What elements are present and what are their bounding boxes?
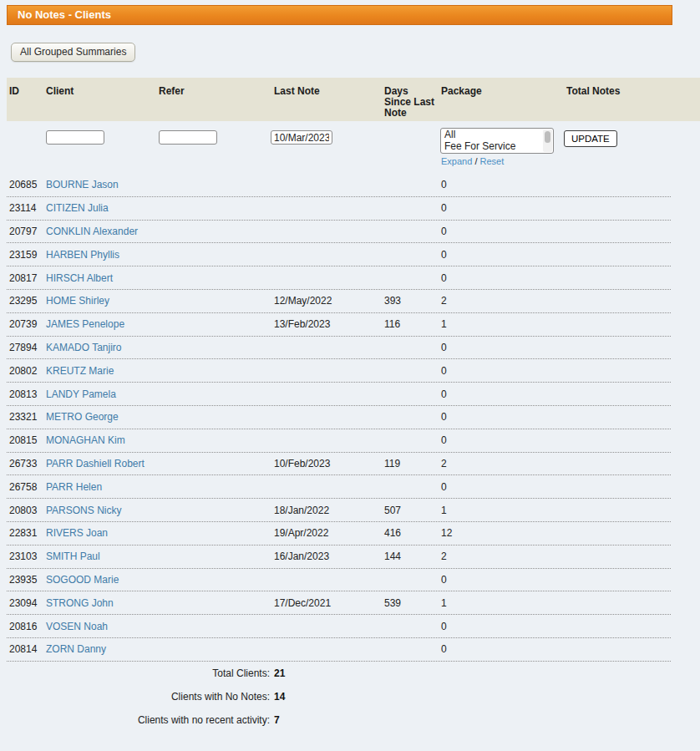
total-notes-cell: 0 [441,365,566,377]
client-id-cell: 23103 [9,551,46,562]
client-id-cell: 20814 [9,643,46,655]
days-since-cell: 144 [384,551,441,562]
update-button[interactable]: UPDATE [564,130,617,147]
client-link[interactable]: SOGOOD Marie [46,574,159,586]
client-link[interactable]: STRONG John [46,597,159,609]
package-filter-listbox[interactable]: All Fee For Service [440,128,554,154]
client-id-cell: 20803 [9,505,46,516]
client-link[interactable]: BOURNE Jason [46,179,159,190]
column-header-client: Client [46,86,159,121]
client-id-cell: 20802 [9,365,46,377]
last-note-cell: 17/Dec/2021 [274,597,384,609]
summary-value: 7 [274,714,384,726]
client-link[interactable]: HARBEN Phyllis [46,249,159,261]
client-link[interactable]: LANDY Pamela [46,388,159,400]
days-since-cell: 116 [384,318,441,330]
table-row: 20685BOURNE Jason0 [7,174,671,197]
client-id-cell: 20739 [9,318,46,330]
client-link[interactable]: HOME Shirley [46,295,159,307]
client-id-cell: 20815 [9,434,46,446]
client-link[interactable]: PARR Dashiell Robert [46,458,159,469]
filter-row: All Fee For Service Expand / Reset UPDAT… [7,121,700,173]
summary-value: 21 [274,667,384,679]
table-row: 23935SOGOOD Marie0 [7,569,671,592]
reset-link[interactable]: Reset [480,156,505,166]
expand-link[interactable]: Expand [441,156,472,166]
table-header-row: ID Client Refer Last Note Days Since Las… [7,78,700,121]
client-link[interactable]: SMITH Paul [46,551,159,562]
client-id-cell: 23114 [9,202,46,214]
all-grouped-summaries-button[interactable]: All Grouped Summaries [11,43,135,62]
client-id-cell: 26758 [9,481,46,493]
refer-filter-input[interactable] [159,130,217,145]
client-link[interactable]: ZORN Danny [46,643,159,655]
column-header-total-notes: Total Notes [566,86,700,121]
column-header-last-note: Last Note [274,86,384,121]
table-row: 20802KREUTZ Marie0 [7,359,671,383]
client-id-cell: 23295 [9,295,46,307]
table-row: 23159HARBEN Phyllis0 [7,243,671,266]
column-header-days-since: Days Since Last Note [384,86,436,121]
summary-section: Total Clients:21Clients with No Notes:14… [7,662,671,732]
client-link[interactable]: VOSEN Noah [46,621,159,632]
table-row: 20817HIRSCH Albert0 [7,266,671,290]
total-notes-cell: 12 [441,527,566,539]
total-notes-cell: 2 [441,458,566,469]
summary-row: Clients with no recent activity:7 [7,708,671,732]
total-notes-cell: 0 [441,179,566,190]
table-row: 23114CITIZEN Julia0 [7,197,671,221]
last-note-cell: 13/Feb/2023 [274,318,384,330]
summary-value: 14 [274,691,384,703]
client-link[interactable]: CITIZEN Julia [46,202,159,214]
client-link[interactable]: KREUTZ Marie [46,365,159,377]
client-link[interactable]: PARSONS Nicky [46,505,159,516]
client-link[interactable]: MONAGHAN Kim [46,434,159,446]
client-link[interactable]: KAMADO Tanjiro [46,342,159,353]
client-id-cell: 26733 [9,458,46,469]
table-row: 20813LANDY Pamela0 [7,383,671,406]
client-link[interactable]: HIRSCH Albert [46,272,159,284]
package-option-all[interactable]: All [441,129,553,140]
total-notes-cell: 0 [441,481,566,493]
client-link[interactable]: JAMES Penelope [46,318,159,330]
last-note-date-filter-input[interactable] [271,130,332,145]
table-row: 26733PARR Dashiell Robert10/Feb/20231192 [7,453,671,476]
table-row: 23321METRO George0 [7,406,671,429]
table-row: 26758PARR Helen0 [7,475,671,499]
client-filter-input[interactable] [46,130,104,145]
total-notes-cell: 0 [441,388,566,400]
total-notes-cell: 0 [441,342,566,353]
table-row: 20816VOSEN Noah0 [7,615,671,638]
client-id-cell: 23159 [9,249,46,261]
table-row: 20797CONKLIN Alexander0 [7,221,671,244]
total-notes-cell: 0 [441,226,566,237]
link-separator: / [474,156,477,166]
client-link[interactable]: RIVERS Joan [46,527,159,539]
client-link[interactable]: METRO George [46,411,159,423]
client-id-cell: 20813 [9,388,46,400]
client-id-cell: 20817 [9,272,46,284]
column-header-package: Package [441,86,566,121]
scrollbar-thumb[interactable] [545,131,550,143]
table-row: 20815MONAGHAN Kim0 [7,429,671,453]
client-id-cell: 27894 [9,342,46,353]
last-note-cell: 16/Jan/2023 [274,551,384,562]
table-row: 27894KAMADO Tanjiro0 [7,337,671,360]
summary-label: Clients with no recent activity: [9,714,274,726]
total-notes-cell: 2 [441,551,566,562]
total-notes-cell: 0 [441,621,566,632]
summary-label: Total Clients: [9,667,274,679]
total-notes-cell: 0 [441,202,566,214]
summary-row: Clients with No Notes:14 [7,685,671,708]
package-option-fee-for-service[interactable]: Fee For Service [441,140,553,152]
total-notes-cell: 2 [441,295,566,307]
client-link[interactable]: CONKLIN Alexander [46,226,159,237]
client-link[interactable]: PARR Helen [46,481,159,493]
client-id-cell: 23094 [9,597,46,609]
total-notes-cell: 0 [441,411,566,423]
client-id-cell: 23935 [9,574,46,586]
last-note-cell: 12/May/2022 [274,295,384,307]
summary-row: Total Clients:21 [7,662,671,685]
days-since-cell: 507 [384,505,441,516]
package-listbox-scrollbar[interactable] [543,129,552,152]
